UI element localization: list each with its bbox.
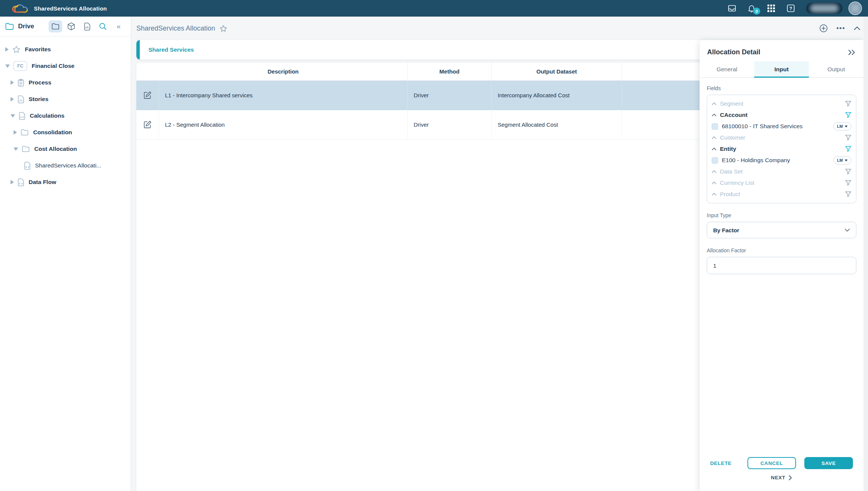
section-title: Shared Services [148,40,194,60]
filter-icon[interactable] [845,101,851,107]
lm-dropdown[interactable]: LM [833,122,851,130]
collapse-panel-icon[interactable] [848,49,856,55]
filter-icon[interactable] [845,191,851,197]
column-header-output-dataset[interactable]: Output Dataset [492,63,622,81]
field-row-entity[interactable]: Entity [712,143,851,155]
member-row-caccount[interactable]: 68100010 - IT Shared Services LM [712,121,851,132]
cell-method: Driver [408,110,492,140]
collapse-caret-icon[interactable] [712,102,717,105]
main-header: SharedServices Allocation ••• [131,17,868,40]
tab-output[interactable]: Output [809,61,863,77]
allocation-factor-label: Allocation Factor [707,247,856,253]
next-button[interactable]: NEXT [700,475,863,480]
field-row-segment[interactable]: Segment [712,98,851,109]
app-grid-icon[interactable] [766,3,776,13]
lm-dropdown[interactable]: LM [833,156,851,164]
search-button[interactable] [96,20,110,32]
drive-tree: Favorites FC Financial Close Process [0,37,131,190]
inbox-icon[interactable] [727,3,737,13]
folder-view-button[interactable] [49,20,62,32]
tab-general[interactable]: General [700,61,754,77]
doc-code-icon [24,162,31,170]
expand-arrow-icon[interactable] [5,47,9,52]
collapse-arrow-icon[interactable] [14,147,18,151]
member-row-entity[interactable]: E100 - Holdings Company LM [712,155,851,166]
delete-button[interactable]: DELETE [710,460,732,466]
caret-down-icon [845,126,848,127]
allocation-detail-panel: Allocation Detail General Input Output F… [700,40,863,491]
field-row-caccount[interactable]: CAccount [712,109,851,121]
field-row-currency-list[interactable]: Currency List [712,177,851,189]
star-icon [12,46,20,53]
clipboard-icon [18,79,24,87]
collapse-sidebar-button[interactable]: « [112,20,125,32]
cancel-button[interactable]: CANCEL [747,457,796,469]
favorite-star-icon[interactable] [220,25,227,32]
collapse-up-icon[interactable] [854,26,860,31]
collapse-arrow-icon[interactable] [5,64,10,68]
collapse-caret-icon[interactable] [712,181,717,184]
tree-item-calculations[interactable]: Calculations [0,107,131,124]
collapse-caret-icon[interactable] [712,170,717,173]
folder-icon [21,129,29,136]
tree-item-cost-allocation[interactable]: Cost Allocation [0,141,131,157]
tree-item-financial-close[interactable]: FC Financial Close [0,58,131,74]
user-name-pill[interactable] [806,3,842,14]
tree-item-sharedservices-allocation[interactable]: SharedServices Allocati... [0,157,131,174]
panel-actions: DELETE CANCEL SAVE [700,457,863,469]
input-type-label: Input Type [707,212,856,218]
filter-icon[interactable] [845,180,851,186]
onestream-logo-icon [11,2,29,15]
collapse-caret-icon[interactable] [712,136,717,139]
fields-box: Segment CAccount 68100010 [707,95,856,203]
tab-input[interactable]: Input [754,61,809,77]
help-icon[interactable]: ? [786,3,796,13]
expand-arrow-icon[interactable] [11,97,14,101]
notification-badge: 0 [753,8,760,15]
tree-item-consolidation[interactable]: Consolidation [0,124,131,141]
field-row-data-set[interactable]: Data Set [712,166,851,177]
fc-badge: FC [14,61,27,71]
field-row-customer[interactable]: Customer [712,132,851,143]
collapse-caret-icon[interactable] [712,114,717,117]
tree-item-stories[interactable]: Stories [0,91,131,107]
filter-icon-active[interactable] [845,112,851,118]
member-checkbox[interactable] [712,157,718,164]
column-header-description[interactable]: Description [159,63,408,81]
avatar[interactable] [848,2,862,15]
cell-output-dataset: Segment Allocated Cost [492,110,622,140]
more-icon[interactable]: ••• [836,25,845,32]
tree-item-process[interactable]: Process [0,74,131,91]
folder-icon [22,146,30,152]
bell-icon[interactable]: 0 [747,3,756,13]
tree-item-data-flow[interactable]: Data Flow [0,174,131,190]
collapse-caret-icon[interactable] [712,193,717,196]
column-header-method[interactable]: Method [408,63,492,81]
allocation-factor-input[interactable] [707,257,856,274]
chevron-right-icon [789,475,792,480]
collapse-caret-icon[interactable] [712,147,717,150]
tree-item-favorites[interactable]: Favorites [0,41,131,58]
svg-text:?: ? [789,6,792,11]
member-checkbox[interactable] [712,123,718,130]
expand-arrow-icon[interactable] [11,80,14,85]
field-row-product[interactable]: Product [712,189,851,200]
edit-row-icon[interactable] [143,120,152,129]
filter-icon[interactable] [845,169,851,175]
cell-output-dataset: Intercompany Allocated Cost [492,81,622,110]
edit-row-icon[interactable] [143,91,152,100]
cell-description: L2 - Segment Allocation [159,110,408,140]
cube-view-button[interactable] [64,20,78,32]
expand-arrow-icon[interactable] [14,130,17,135]
chevron-down-icon [845,229,850,232]
panel-tabs: General Input Output [700,61,863,78]
document-view-button[interactable] [80,20,94,32]
page-title: SharedServices Allocation [136,25,215,32]
expand-arrow-icon[interactable] [11,180,14,184]
filter-icon-active[interactable] [845,146,851,152]
save-button[interactable]: SAVE [804,457,853,469]
input-type-select[interactable]: By Factor [707,222,856,238]
filter-icon[interactable] [845,135,851,141]
add-icon[interactable] [819,24,828,33]
collapse-arrow-icon[interactable] [11,114,15,118]
